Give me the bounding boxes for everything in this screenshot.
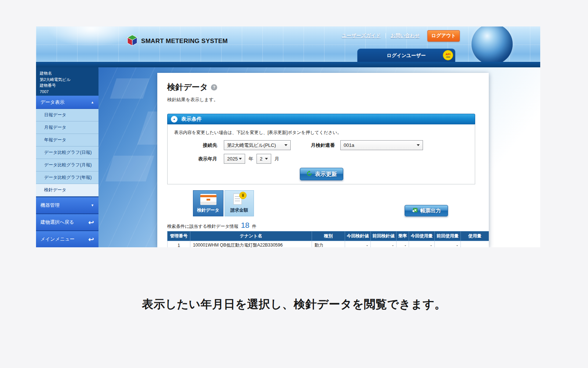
- invoice-icon: ¥: [232, 193, 247, 205]
- cell-current-usage: -: [409, 241, 435, 248]
- return-arrow-icon: ↩: [88, 236, 94, 243]
- result-suffix: 件: [252, 223, 257, 230]
- cell-type: 動力: [312, 241, 345, 248]
- building-info-box: 建物名 第2大崎電気ビル 建物番号 7007: [36, 67, 98, 96]
- report-output-button[interactable]: 帳票出力: [405, 205, 448, 216]
- display-conditions-body: 表示内容を変更したい場合は、下記を変更し、[表示更新]ボタンを押してください。 …: [167, 124, 475, 184]
- page-subtitle: 検針結果を表示します。: [167, 97, 218, 103]
- sidebar-item-daily-report[interactable]: 日報データ: [36, 109, 98, 121]
- col-tenant-name: テナント名: [190, 231, 312, 241]
- chevron-down-icon: [417, 144, 420, 146]
- col-multiplier: 乗率: [397, 231, 409, 241]
- background-tile: [105, 156, 154, 181]
- chevron-down-icon: [265, 158, 268, 160]
- sidebar-item-monthly-report[interactable]: 月報データ: [36, 121, 98, 134]
- year-unit: 年: [248, 156, 253, 162]
- api-key-icon: [446, 57, 450, 57]
- page-title: 検針データ: [167, 82, 208, 93]
- building-number-value: 7007: [40, 89, 95, 95]
- nav-divider: [386, 33, 386, 38]
- background-tile: [110, 78, 150, 99]
- logo-cube-icon: [127, 35, 138, 48]
- col-current-usage: 今回使用量: [409, 231, 435, 241]
- month-select[interactable]: 2: [257, 154, 271, 164]
- sidebar-item-compare-monthly[interactable]: データ比較グラフ(月報): [36, 159, 98, 171]
- chevron-up-icon: ▲: [91, 100, 94, 104]
- api-badge-label: API: [445, 53, 450, 56]
- screenshot-caption: 表示したい年月日を選択し、検針データを閲覧できます。: [0, 297, 588, 312]
- page-title-row: 検針データ ?: [167, 82, 217, 93]
- building-name-label: 建物名: [40, 70, 95, 77]
- sidebar-item-meter-data[interactable]: 検針データ: [36, 184, 98, 197]
- logo-text: SMART METERING SYSTEM: [141, 38, 228, 45]
- sidebar-menu-data-display[interactable]: データ表示 ▲: [36, 96, 98, 109]
- cell-usage: [461, 241, 489, 248]
- update-display-button[interactable]: 表示更新: [300, 168, 343, 180]
- connection-select[interactable]: 第2大崎電気ビル(PLC): [224, 140, 291, 150]
- meter-data-table: 管理番号 テナント名 種別 今回検針値 前回検針値 乗率 今回使用量 前回使用量…: [167, 231, 489, 247]
- building-name-value: 第2大崎電気ビル: [40, 77, 95, 83]
- header-nav: ユーザーズガイド お問い合わせ ログアウト: [342, 29, 460, 42]
- table-row: 1 100001WHM QB低圧動力電灯盤A22B330596 動力 - - -…: [168, 241, 489, 248]
- chevron-down-icon: [284, 144, 287, 146]
- result-count-line: 検索条件に該当する検針データ情報 18 件: [167, 221, 257, 230]
- help-icon[interactable]: ?: [211, 84, 217, 91]
- conditions-title: 表示条件: [181, 116, 202, 123]
- result-count: 18: [241, 221, 249, 230]
- login-user-tab[interactable]: ログインユーザー API: [357, 49, 455, 62]
- sidebar: 建物名 第2大崎電気ビル 建物番号 7007 データ表示 ▲ 日報データ 月報デ…: [36, 67, 98, 247]
- year-select[interactable]: 2025: [224, 154, 245, 164]
- sidebar-menu-device-management[interactable]: 機器管理 ▼: [36, 197, 98, 213]
- refresh-icon: [306, 170, 312, 178]
- app-header: SMART METERING SYSTEM ユーザーズガイド お問い合わせ ログ…: [36, 26, 540, 62]
- sidebar-item-compare-daily[interactable]: データ比較グラフ(日報): [36, 146, 98, 159]
- building-number-label: 建物番号: [40, 82, 95, 89]
- globe-image: [472, 26, 513, 62]
- col-type: 種別: [312, 231, 345, 241]
- sidebar-item-compare-yearly[interactable]: データ比較グラフ(年報): [36, 171, 98, 184]
- cell-tenant-name: 100001WHM QB低圧動力電灯盤A22B330596: [190, 241, 312, 248]
- app-logo: SMART METERING SYSTEM: [127, 35, 228, 48]
- col-mgmt-no: 管理番号: [168, 231, 190, 241]
- login-user-label: ログインユーザー: [387, 52, 426, 59]
- col-previous-reading: 前回検針値: [371, 231, 397, 241]
- cell-mgmt-no: 1: [168, 241, 190, 248]
- display-conditions-header: ▲ 表示条件: [167, 114, 475, 124]
- sidebar-item-yearly-report[interactable]: 年報データ: [36, 134, 98, 146]
- col-previous-usage: 前回使用量: [435, 231, 461, 241]
- cell-previous-reading: -: [371, 241, 397, 248]
- result-prefix: 検索条件に該当する検針データ情報: [167, 223, 238, 230]
- export-icon: [412, 208, 418, 214]
- logout-button[interactable]: ログアウト: [427, 30, 460, 42]
- cell-multiplier: -: [397, 241, 409, 248]
- return-arrow-icon: ↩: [88, 219, 94, 226]
- tab-billing-amount[interactable]: ¥ 請求金額: [225, 190, 254, 216]
- cell-previous-usage: -: [435, 241, 461, 248]
- cell-current-reading: -: [345, 241, 371, 248]
- col-current-reading: 今回検針値: [345, 231, 371, 241]
- monthly-seq-select[interactable]: 001a: [340, 140, 423, 150]
- connection-label: 接続先: [168, 142, 217, 149]
- meter-icon: [200, 194, 216, 205]
- month-unit: 月: [275, 156, 279, 162]
- conditions-instruction: 表示内容を変更したい場合は、下記を変更し、[表示更新]ボタンを押してください。: [174, 130, 341, 136]
- chevron-down-icon: [239, 158, 242, 160]
- tab-meter-data[interactable]: 検針データ: [193, 190, 223, 216]
- chevron-down-icon: ▼: [91, 204, 94, 207]
- header-divider-bar: [36, 62, 540, 67]
- contact-link[interactable]: お問い合わせ: [391, 32, 420, 39]
- table-header-row: 管理番号 テナント名 種別 今回検針値 前回検針値 乗率 今回使用量 前回使用量…: [168, 231, 489, 241]
- collapse-icon[interactable]: ▲: [171, 116, 178, 123]
- main-panel: 検針データ ? 検針結果を表示します。 ▲ 表示条件 表示内容を変更したい場合は…: [157, 73, 489, 247]
- col-usage: 使用量: [461, 231, 489, 241]
- app-screenshot: SMART METERING SYSTEM ユーザーズガイド お問い合わせ ログ…: [36, 26, 540, 247]
- display-ym-label: 表示年月: [168, 156, 217, 162]
- api-badge[interactable]: API: [443, 50, 453, 60]
- sidebar-main-menu[interactable]: メインメニュー ↩: [36, 230, 98, 247]
- monthly-seq-label: 月検針連番: [289, 142, 335, 149]
- users-guide-link[interactable]: ユーザーズガイド: [342, 32, 381, 39]
- sidebar-back-to-building[interactable]: 建物選択へ戻る ↩: [36, 213, 98, 230]
